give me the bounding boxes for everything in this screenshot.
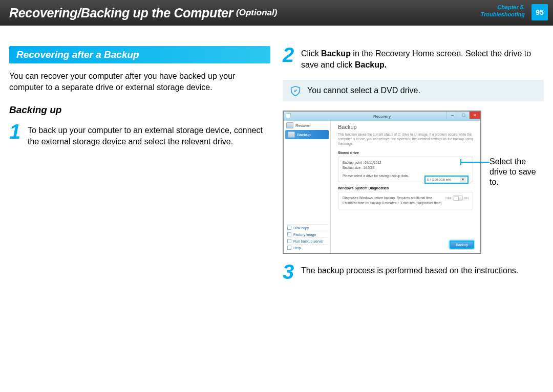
page-number: 95 xyxy=(531,4,548,20)
window-title: Recovery xyxy=(373,114,391,119)
screenshot-figure: Recovery – □ × Recover xyxy=(283,111,544,254)
sidebar-link-help[interactable]: Help xyxy=(286,244,328,251)
step2-bold2: Backup. xyxy=(355,60,387,69)
left-column: Recovering after a Backup You can recove… xyxy=(9,46,270,290)
sidebar-link-runserver[interactable]: Run backup server xyxy=(286,237,328,244)
sidebar-label-recover: Recover xyxy=(295,123,311,128)
window-icon xyxy=(286,113,291,118)
step-1-text: To back up your computer to an external … xyxy=(28,123,270,147)
main-panel: Backup This function saves the current s… xyxy=(331,121,480,253)
chapter-line2: Troubleshooting xyxy=(480,11,525,18)
chevron-down-icon: ▾ xyxy=(460,177,466,183)
toggle-off-label: OFF xyxy=(445,195,452,201)
help-icon xyxy=(287,246,291,250)
diagnostics-toggle[interactable] xyxy=(453,195,463,201)
diag-line2: Estimated time for backup 0 minutes + 3 … xyxy=(343,201,441,206)
sidebar-label-backup: Backup xyxy=(297,133,311,137)
backup-point: Backup point : 09/11/2012 xyxy=(343,160,469,165)
step-3: 3 The backup process is performed based … xyxy=(283,263,544,280)
recovery-window: Recovery – □ × Recover xyxy=(283,111,481,254)
step2-frag1: Click xyxy=(301,49,321,58)
maximize-button[interactable]: □ xyxy=(458,112,469,119)
step-number-2: 2 xyxy=(283,46,296,71)
callout-text: Select the drive to save to. xyxy=(490,157,544,187)
step-number-1: 1 xyxy=(9,123,23,147)
diskcopy-label: Disk copy xyxy=(293,226,309,230)
chapter-line1: Chapter 5. xyxy=(480,4,525,11)
step2-bold1: Backup xyxy=(321,49,351,58)
drive-select-dropdown[interactable]: D:\ (200.0GB left) ▾ xyxy=(424,176,469,184)
step-3-text: The backup process is performed based on… xyxy=(301,263,518,280)
page-title-optional: (Optional) xyxy=(236,8,277,18)
minimize-button[interactable]: – xyxy=(446,112,458,119)
backup-size: Backup size : 14.5GB xyxy=(343,165,469,170)
intro-paragraph: You can recover your computer after you … xyxy=(9,71,270,93)
main-description: This function saves the current status o… xyxy=(338,132,473,146)
recover-icon xyxy=(286,122,293,128)
drive-select-value: D:\ (200.0GB left) xyxy=(427,177,451,182)
diag-line1: Diagnoses Windows before backup. Require… xyxy=(343,195,441,201)
callout-connector xyxy=(461,162,490,163)
page-title: Recovering/Backing up the Computer xyxy=(9,6,233,20)
stored-drive-header: Stored drive xyxy=(338,151,473,155)
page-header: Recovering/Backing up the Computer (Opti… xyxy=(0,0,553,26)
stored-drive-panel: Backup point : 09/11/2012 Backup size : … xyxy=(338,157,473,182)
step-1: 1 To back up your computer to an externa… xyxy=(9,123,270,147)
right-column: 2 Click Backup in the Recovery Home scre… xyxy=(283,46,544,290)
sidebar-link-factory[interactable]: Factory image xyxy=(286,231,328,237)
step-2-text: Click Backup in the Recovery Home screen… xyxy=(301,46,544,71)
window-controls: – □ × xyxy=(446,112,480,119)
sidebar: Recover Backup Disk copy Factory image R… xyxy=(284,121,331,253)
window-titlebar: Recovery – □ × xyxy=(284,112,480,121)
runserver-label: Run backup server xyxy=(293,239,324,243)
toggle-on-label: ON xyxy=(464,195,469,201)
sidebar-item-backup[interactable]: Backup xyxy=(285,130,329,139)
close-button[interactable]: × xyxy=(469,112,480,119)
diagnostics-panel: Diagnoses Windows before backup. Require… xyxy=(338,192,473,209)
note-text: You cannot select a DVD drive. xyxy=(307,86,420,95)
note-icon xyxy=(290,85,301,96)
diagnostics-header: Windows System Diagnostics xyxy=(338,186,473,190)
sidebar-item-recover[interactable]: Recover xyxy=(284,121,330,130)
note-box: You cannot select a DVD drive. xyxy=(283,80,544,101)
backup-button[interactable]: Backup xyxy=(450,241,474,249)
backup-icon xyxy=(288,132,295,138)
subsection-header: Backing up xyxy=(9,104,270,116)
step-2: 2 Click Backup in the Recovery Home scre… xyxy=(283,46,544,71)
factory-icon xyxy=(287,232,291,236)
runserver-icon xyxy=(287,239,291,243)
section-header: Recovering after a Backup xyxy=(9,46,270,63)
main-heading: Backup xyxy=(338,124,473,130)
step-number-3: 3 xyxy=(283,263,296,280)
sidebar-link-diskcopy[interactable]: Disk copy xyxy=(286,224,328,231)
chapter-label: Chapter 5. Troubleshooting xyxy=(480,4,525,18)
help-label: Help xyxy=(293,246,301,250)
factory-label: Factory image xyxy=(293,233,316,236)
diskcopy-icon xyxy=(287,226,291,230)
